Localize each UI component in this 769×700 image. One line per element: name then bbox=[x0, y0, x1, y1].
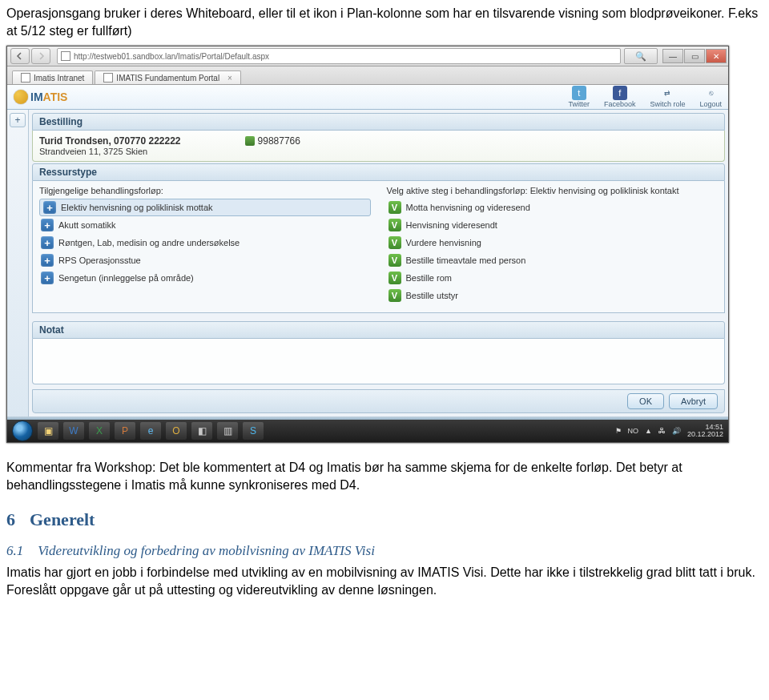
top-label: Twitter bbox=[568, 100, 590, 108]
h61-title: Videreutvikling og forbedring av mobilvi… bbox=[38, 543, 375, 558]
plus-icon: + bbox=[43, 201, 56, 214]
nav-forward-button[interactable] bbox=[31, 48, 50, 64]
tray-lang[interactable]: NO bbox=[628, 427, 639, 435]
taskbar-explorer-icon[interactable]: ▣ bbox=[38, 422, 58, 440]
h6-number: 6 bbox=[6, 509, 15, 529]
plus-icon: + bbox=[41, 236, 54, 249]
item-label: Sengetun (innleggelse på område) bbox=[58, 273, 194, 283]
treatment-row[interactable]: + Sengetun (innleggelse på område) bbox=[39, 269, 371, 287]
taskbar-skype-icon[interactable]: S bbox=[243, 422, 264, 440]
check-icon: V bbox=[389, 272, 401, 284]
nav-back-button[interactable] bbox=[10, 48, 30, 64]
treatment-row[interactable]: + Elektiv henvisning og poliklinisk mott… bbox=[39, 199, 371, 216]
window-close-button[interactable]: ✕ bbox=[706, 49, 727, 63]
check-icon: V bbox=[389, 236, 401, 249]
patient-phone: 99887766 bbox=[258, 135, 300, 147]
tab-favicon bbox=[103, 73, 113, 82]
brand-atis: ATIS bbox=[43, 91, 68, 103]
browser-address-bar: http://testweb01.sandbox.lan/Imatis/Port… bbox=[7, 46, 728, 66]
notat-textarea[interactable] bbox=[32, 339, 725, 384]
taskbar-app-icon[interactable]: ▥ bbox=[217, 422, 238, 440]
side-add-button[interactable]: + bbox=[10, 113, 26, 127]
tray-up-icon[interactable]: ▲ bbox=[645, 427, 652, 435]
app-body: + Bestilling Turid Trondsen, 070770 2222… bbox=[7, 110, 728, 416]
search-button[interactable]: 🔍 bbox=[624, 48, 658, 64]
section-header-ressurstype[interactable]: Ressurstype bbox=[32, 163, 725, 181]
item-label: RPS Operasjonsstue bbox=[58, 255, 141, 265]
step-row[interactable]: V Motta henvisning og videresend bbox=[387, 199, 719, 216]
taskbar-excel-icon[interactable]: X bbox=[89, 422, 110, 440]
windows-taskbar: ▣ W X P e O ◧ ▥ S ⚑ NO ▲ 🖧 🔊 14:51 20.12… bbox=[7, 420, 728, 442]
intro-paragraph: Operasjonsgang bruker i deres Whiteboard… bbox=[6, 5, 763, 39]
logout-icon: ⎋ bbox=[703, 86, 718, 100]
left-column-title: Tilgjengelige behandlingsforløp: bbox=[39, 186, 371, 199]
check-icon: V bbox=[389, 201, 401, 214]
step-row[interactable]: V Vurdere henvisning bbox=[387, 234, 719, 251]
top-label: Facebook bbox=[604, 100, 636, 108]
taskbar-outlook-icon[interactable]: O bbox=[166, 422, 187, 440]
item-label: Vurdere henvisning bbox=[406, 238, 481, 247]
heading-6-1: 6.1Videreutvikling og forbedring av mobi… bbox=[6, 543, 763, 559]
ok-button[interactable]: OK bbox=[627, 393, 664, 409]
phone-icon bbox=[245, 136, 255, 146]
cancel-button[interactable]: Avbryt bbox=[669, 393, 718, 409]
top-label: Switch role bbox=[650, 100, 685, 108]
search-icon: 🔍 bbox=[635, 51, 646, 62]
tray-date: 20.12.2012 bbox=[687, 431, 723, 438]
step-row[interactable]: V Henvisning videresendt bbox=[387, 216, 719, 234]
browser-tab-strip: Imatis Intranet IMATIS Fundamentum Porta… bbox=[7, 66, 728, 85]
tray-network-icon[interactable]: 🖧 bbox=[658, 427, 666, 435]
treatment-row[interactable]: + Røntgen, Lab, medisin og andre undersø… bbox=[39, 234, 371, 251]
side-strip: + bbox=[7, 110, 29, 416]
top-facebook[interactable]: f Facebook bbox=[604, 86, 636, 108]
brand-im: IM bbox=[30, 91, 43, 103]
section-header-bestilling[interactable]: Bestilling bbox=[32, 113, 725, 131]
top-twitter[interactable]: t Twitter bbox=[568, 86, 590, 108]
tray-flag-icon[interactable]: ⚑ bbox=[615, 427, 622, 435]
browser-tab-1[interactable]: Imatis Intranet bbox=[12, 70, 93, 84]
facebook-icon: f bbox=[613, 86, 627, 100]
tab-close-icon[interactable]: × bbox=[227, 74, 232, 82]
left-column: Tilgjengelige behandlingsforløp: + Elekt… bbox=[39, 186, 371, 304]
treatment-row[interactable]: + RPS Operasjonsstue bbox=[39, 251, 371, 269]
patient-address: Strandveien 11, 3725 Skien bbox=[39, 147, 718, 156]
item-label: Bestille utstyr bbox=[406, 291, 458, 300]
switch-icon: ⇄ bbox=[660, 86, 674, 100]
start-button[interactable] bbox=[12, 420, 33, 441]
top-switch-role[interactable]: ⇄ Switch role bbox=[650, 86, 685, 108]
plus-icon: + bbox=[41, 272, 54, 284]
check-icon: V bbox=[389, 289, 401, 302]
plus-icon: + bbox=[41, 219, 54, 231]
step-row[interactable]: V Bestille rom bbox=[387, 269, 719, 287]
url-text: http://testweb01.sandbox.lan/Imatis/Port… bbox=[74, 52, 269, 61]
taskbar-app-icon[interactable]: ◧ bbox=[191, 422, 212, 440]
ressurstype-panel: Tilgjengelige behandlingsforløp: + Elekt… bbox=[32, 181, 725, 313]
body-6-1: Imatis har gjort en jobb i forbindelse m… bbox=[6, 564, 763, 598]
taskbar-powerpoint-icon[interactable]: P bbox=[115, 422, 135, 440]
window-maximize-button[interactable]: ▭ bbox=[684, 49, 705, 63]
section-header-notat[interactable]: Notat bbox=[32, 321, 725, 339]
top-label: Logout bbox=[699, 100, 722, 108]
taskbar-ie-icon[interactable]: e bbox=[140, 422, 161, 440]
page-icon bbox=[61, 51, 70, 61]
item-label: Bestille rom bbox=[406, 273, 452, 283]
dialog-footer: OK Avbryt bbox=[32, 389, 725, 413]
item-label: Akutt somatikk bbox=[58, 220, 116, 230]
step-row[interactable]: V Bestille utstyr bbox=[387, 287, 719, 304]
tab2-label: IMATIS Fundamentum Portal bbox=[116, 74, 219, 82]
kommentar-paragraph: Kommentar fra Workshop: Det ble kommente… bbox=[6, 459, 763, 493]
window-minimize-button[interactable]: — bbox=[662, 49, 683, 63]
url-field[interactable]: http://testweb01.sandbox.lan/Imatis/Port… bbox=[57, 48, 621, 64]
tray-sound-icon[interactable]: 🔊 bbox=[672, 427, 681, 435]
h6-title: Generelt bbox=[30, 509, 95, 529]
treatment-row[interactable]: + Akutt somatikk bbox=[39, 216, 371, 234]
plus-icon: + bbox=[41, 254, 54, 267]
taskbar-word-icon[interactable]: W bbox=[63, 422, 84, 440]
check-icon: V bbox=[389, 254, 401, 267]
check-icon: V bbox=[389, 219, 401, 231]
heading-6: 6Generelt bbox=[6, 509, 763, 530]
twitter-icon: t bbox=[572, 86, 586, 100]
top-logout[interactable]: ⎋ Logout bbox=[699, 86, 722, 108]
step-row[interactable]: V Bestille timeavtale med person bbox=[387, 251, 719, 269]
browser-tab-2[interactable]: IMATIS Fundamentum Portal × bbox=[95, 70, 241, 84]
